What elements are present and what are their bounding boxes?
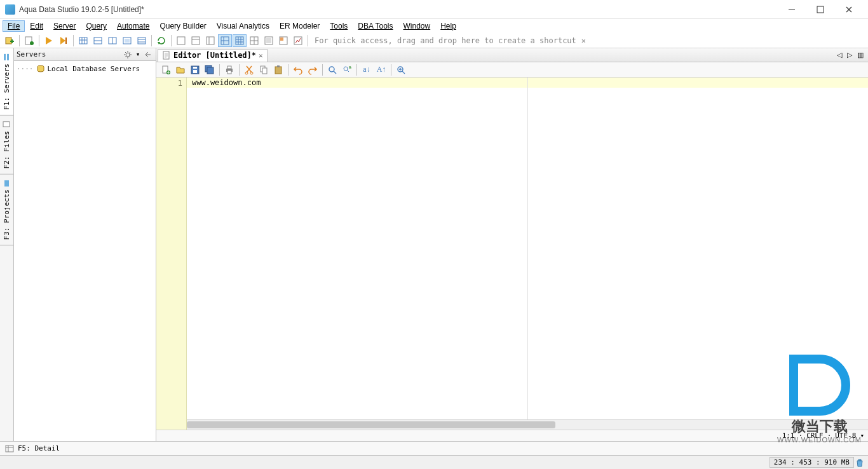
save-button[interactable]: [188, 64, 202, 76]
layout8-icon: [278, 36, 288, 46]
menu-query-builder[interactable]: Query Builder: [154, 20, 211, 32]
layout3-button[interactable]: [203, 34, 217, 47]
find-button[interactable]: [325, 64, 339, 76]
layout4-button[interactable]: [218, 34, 232, 47]
grid3-icon: [107, 36, 118, 46]
open-button[interactable]: [173, 64, 187, 76]
layout5-icon: [234, 36, 245, 46]
tree-node-local-db-servers[interactable]: ···· Local Database Servers: [17, 64, 153, 74]
servers-panel-header: Servers ▾: [14, 48, 156, 61]
menu-help[interactable]: Help: [435, 20, 461, 32]
tab-list-button[interactable]: ▥: [855, 51, 865, 59]
document-icon: [162, 51, 171, 60]
gc-button[interactable]: [854, 458, 865, 467]
detail-bar[interactable]: F5: Detail: [0, 441, 868, 455]
vtab-projects[interactable]: F3: Projects: [0, 174, 13, 245]
print-button[interactable]: [222, 64, 236, 76]
svg-rect-30: [163, 51, 169, 59]
svg-rect-10: [125, 39, 130, 43]
save-icon: [190, 65, 200, 75]
layout5-button[interactable]: [233, 34, 247, 47]
vtab-label: F1: Servers: [3, 64, 11, 110]
layout1-button[interactable]: [174, 34, 188, 47]
undo-button[interactable]: [291, 64, 305, 76]
menu-visual-analytics[interactable]: Visual Analytics: [212, 20, 275, 32]
toolbar-drop-hint[interactable]: For quick access, drag and drop here to …: [311, 36, 865, 45]
menu-query[interactable]: Query: [81, 20, 112, 32]
separator: [308, 35, 308, 46]
vtab-files[interactable]: F2: Files: [0, 116, 13, 175]
layout7-button[interactable]: [262, 34, 276, 47]
editor-tab-untitled[interactable]: Editor [Untitled]* ✕: [158, 49, 268, 62]
run-button[interactable]: [42, 34, 56, 47]
result-grid3-button[interactable]: [105, 34, 119, 47]
cut-button[interactable]: [242, 64, 256, 76]
separator: [219, 64, 220, 76]
encoding-dropdown-icon[interactable]: ▾: [860, 432, 864, 440]
window-controls: [777, 0, 863, 19]
menu-er-modeler[interactable]: ER Modeler: [275, 20, 325, 32]
tab-next-button[interactable]: ▷: [845, 51, 854, 59]
menu-server[interactable]: Server: [48, 20, 81, 32]
editor-tab-close-button[interactable]: ✕: [259, 51, 263, 60]
menu-dba-tools[interactable]: DBA Tools: [353, 20, 398, 32]
close-button[interactable]: [834, 0, 863, 19]
layout8-button[interactable]: [276, 34, 290, 47]
run-icon: [44, 36, 54, 46]
new-query-button[interactable]: [22, 34, 36, 47]
svg-marker-4: [46, 37, 52, 44]
svg-rect-35: [193, 67, 197, 69]
code-editor[interactable]: 1 www.weidown.com: [156, 78, 868, 430]
result-grid4-button[interactable]: [120, 34, 134, 47]
minimize-button[interactable]: [777, 0, 806, 19]
layout2-button[interactable]: [189, 34, 203, 47]
refresh-button[interactable]: [154, 34, 168, 47]
maximize-button[interactable]: [806, 0, 834, 19]
panel-collapse-button[interactable]: [143, 50, 153, 60]
svg-marker-5: [60, 37, 65, 44]
result-grid5-button[interactable]: [135, 34, 149, 47]
save-all-button[interactable]: [203, 64, 217, 76]
memory-usage[interactable]: 234 : 453 : 910 MB: [770, 457, 854, 468]
save-all-icon: [205, 65, 215, 75]
result-grid2-button[interactable]: [91, 34, 105, 47]
menu-edit[interactable]: Edit: [25, 20, 48, 32]
drop-hint-close-button[interactable]: ✕: [581, 36, 586, 45]
panel-settings-button[interactable]: [123, 50, 133, 60]
menu-automate[interactable]: Automate: [112, 20, 154, 32]
vtab-label: F3: Projects: [3, 189, 11, 240]
uppercase-button[interactable]: A↑: [374, 64, 388, 76]
code-text-area[interactable]: www.weidown.com: [187, 78, 868, 430]
redo-button[interactable]: [306, 64, 320, 76]
svg-rect-44: [262, 68, 267, 74]
paste-button[interactable]: [271, 64, 285, 76]
new-file-button[interactable]: [159, 64, 173, 76]
tab-prev-button[interactable]: ◁: [835, 51, 844, 59]
layout2-icon: [191, 36, 201, 46]
left-tab-strip: F1: Servers F2: Files F3: Projects: [0, 48, 14, 441]
result-grid-button[interactable]: [76, 34, 90, 47]
vtab-servers[interactable]: F1: Servers: [0, 48, 13, 116]
line-number: 1: [156, 79, 182, 88]
menu-window[interactable]: Window: [398, 20, 436, 32]
replace-button[interactable]: [340, 64, 354, 76]
editor-horizontal-scrollbar[interactable]: [187, 419, 868, 430]
menu-file[interactable]: File: [3, 20, 25, 32]
svg-rect-37: [207, 67, 214, 74]
layout9-button[interactable]: [291, 34, 305, 47]
zoom-button[interactable]: [394, 64, 408, 76]
editor-status-bar: 1:1 · CRLF · UTF-8 ▾: [156, 430, 868, 441]
trash-icon: [855, 458, 864, 467]
run-selection-button[interactable]: [57, 34, 71, 47]
menu-tools[interactable]: Tools: [325, 20, 353, 32]
scrollbar-thumb[interactable]: [187, 421, 555, 428]
servers-tree[interactable]: ···· Local Database Servers: [14, 61, 156, 76]
layout6-button[interactable]: [247, 34, 261, 47]
copy-button[interactable]: [257, 64, 271, 76]
encoding[interactable]: UTF-8: [835, 432, 856, 440]
lowercase-button[interactable]: a↓: [360, 64, 374, 76]
svg-point-3: [30, 41, 34, 45]
register-server-button[interactable]: [3, 34, 17, 47]
panel-dropdown-button[interactable]: ▾: [133, 50, 143, 60]
line-ending[interactable]: CRLF: [806, 432, 824, 440]
